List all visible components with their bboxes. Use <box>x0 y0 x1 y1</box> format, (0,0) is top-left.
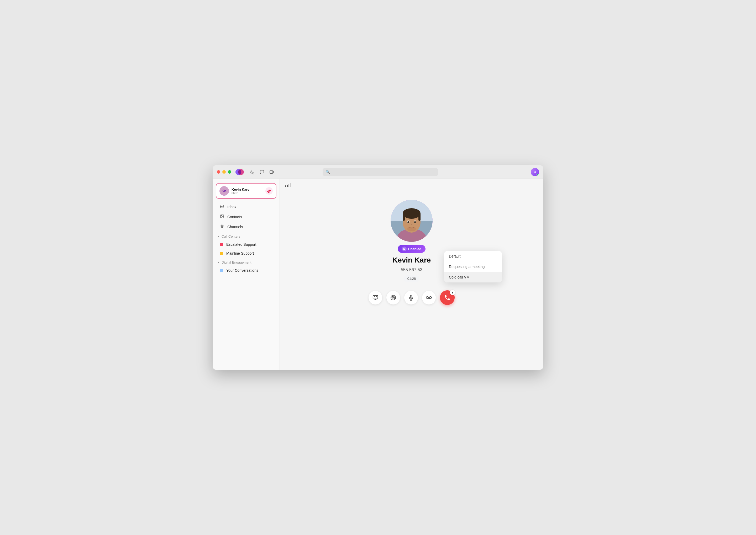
svg-rect-1 <box>270 170 273 173</box>
voicemail-button[interactable] <box>422 291 436 304</box>
your-conversations-label: Your Conversations <box>226 268 258 272</box>
svg-point-32 <box>430 296 432 298</box>
search-icon: 🔍 <box>326 170 330 174</box>
chevron-up-icon[interactable]: ▲ <box>450 290 455 295</box>
target-button[interactable] <box>386 291 400 304</box>
phone-down-icon: ☎ <box>266 188 272 194</box>
dropdown-item-cold-call-vm[interactable]: Cold call VM <box>444 272 502 282</box>
svg-rect-22 <box>408 227 416 231</box>
contact-phone: 555-567-53 <box>401 268 422 272</box>
inbox-label: Inbox <box>227 205 236 209</box>
voicemail-icon <box>426 295 432 300</box>
chevron-down-icon-2: ▾ <box>218 261 220 264</box>
signal-bar-2 <box>287 184 288 187</box>
sidebar-item-mainline-support[interactable]: Mainline Support <box>215 249 278 258</box>
signal-bar-3 <box>288 184 289 187</box>
contacts-icon <box>220 214 224 219</box>
svg-point-3 <box>221 215 222 216</box>
svg-rect-16 <box>403 213 405 221</box>
chevron-down-icon: ▾ <box>218 235 220 238</box>
signal-bar-4 <box>290 183 291 187</box>
digital-engagement-section-header[interactable]: ▾ Digital Engagement <box>213 258 280 266</box>
active-call-card[interactable]: KK Kevin Kare 06:01 ☎ <box>216 183 276 199</box>
microphone-icon <box>408 295 414 300</box>
app-logo <box>235 169 244 175</box>
user-avatar-container: U <box>531 168 539 176</box>
screen-share-button[interactable] <box>369 291 382 304</box>
call-timer: 06:01 <box>231 191 263 195</box>
enabled-label: Enabled <box>408 247 422 251</box>
end-call-button[interactable]: ▲ <box>440 290 455 305</box>
call-end-button[interactable]: ☎ <box>265 187 273 195</box>
svg-point-15 <box>403 208 420 219</box>
call-duration-badge: 01:28 <box>404 275 420 282</box>
call-contact-name: Kevin Kare <box>231 187 263 191</box>
contacts-label: Contacts <box>227 215 242 219</box>
sidebar: KK Kevin Kare 06:01 ☎ Inbox <box>213 179 280 370</box>
call-centers-section-header[interactable]: ▾ Call Centers <box>213 232 280 240</box>
contact-card: N Enabled Kevin Kare 555-567-53 01:28 <box>369 200 455 305</box>
traffic-lights <box>217 170 231 174</box>
escalated-support-dot <box>220 243 223 246</box>
minimize-button[interactable] <box>222 170 226 174</box>
contact-avatar <box>391 200 433 242</box>
voicemail-dropdown: Default Requesting a meeting Cold call V… <box>444 251 502 282</box>
phone-icon[interactable] <box>249 169 255 175</box>
close-button[interactable] <box>217 170 220 174</box>
escalated-support-label: Escalated Support <box>226 242 256 246</box>
mainline-support-dot <box>220 252 223 255</box>
end-call-container: ▲ Default Requesting a meeting Cold call… <box>440 290 455 305</box>
signal-bars <box>285 183 291 187</box>
svg-rect-17 <box>418 213 420 221</box>
svg-point-31 <box>426 296 428 298</box>
online-status-dot <box>536 174 539 176</box>
screen-share-icon <box>373 295 378 300</box>
your-conversations-dot <box>220 269 223 272</box>
content-area: N Enabled Kevin Kare 555-567-53 01:28 <box>280 179 543 370</box>
svg-marker-0 <box>273 171 274 173</box>
video-icon[interactable] <box>269 169 275 175</box>
channels-icon <box>220 224 224 230</box>
svg-line-7 <box>222 225 223 228</box>
user-avatar[interactable]: U <box>531 168 539 176</box>
svg-point-28 <box>393 297 394 298</box>
badge-logo: N <box>402 246 407 251</box>
titlebar: 🔍 U <box>213 165 543 179</box>
target-icon <box>390 295 396 300</box>
inbox-icon <box>220 204 224 210</box>
svg-rect-23 <box>373 296 378 299</box>
main-content: KK Kevin Kare 06:01 ☎ Inbox <box>213 179 543 370</box>
contact-name: Kevin Kare <box>392 256 431 264</box>
sidebar-item-your-conversations[interactable]: Your Conversations <box>215 266 278 275</box>
call-controls: ▲ Default Requesting a meeting Cold call… <box>369 290 455 305</box>
maximize-button[interactable] <box>228 170 231 174</box>
sidebar-item-contacts[interactable]: Contacts <box>215 212 278 222</box>
channels-label: Channels <box>227 225 243 229</box>
titlebar-icons <box>249 169 275 175</box>
mainline-support-label: Mainline Support <box>226 251 254 255</box>
avatar-initials: KK <box>220 186 229 196</box>
dropdown-item-requesting-meeting[interactable]: Requesting a meeting <box>444 262 502 272</box>
dropdown-item-default[interactable]: Default <box>444 251 502 262</box>
sidebar-item-escalated-support[interactable]: Escalated Support <box>215 240 278 249</box>
search-bar[interactable]: 🔍 <box>323 168 438 176</box>
contact-avatar-image <box>391 200 433 242</box>
svg-point-21 <box>414 221 416 223</box>
call-info: Kevin Kare 06:01 <box>231 187 263 195</box>
signal-bar-1 <box>285 185 286 187</box>
call-centers-label: Call Centers <box>222 235 240 239</box>
sidebar-item-channels[interactable]: Channels <box>215 222 278 232</box>
svg-line-6 <box>221 225 222 228</box>
digital-engagement-label: Digital Engagement <box>222 261 251 264</box>
chat-icon[interactable] <box>259 169 265 175</box>
sidebar-item-inbox[interactable]: Inbox <box>215 202 278 212</box>
svg-point-27 <box>392 296 395 299</box>
microphone-button[interactable] <box>404 291 418 304</box>
call-contact-avatar: KK <box>220 186 229 196</box>
svg-point-20 <box>408 221 409 223</box>
end-call-icon <box>444 295 450 301</box>
enabled-badge: N Enabled <box>398 245 426 253</box>
logo-icon <box>235 169 244 175</box>
app-window: 🔍 U KK Kevin Kare 06:01 ☎ <box>213 165 543 370</box>
